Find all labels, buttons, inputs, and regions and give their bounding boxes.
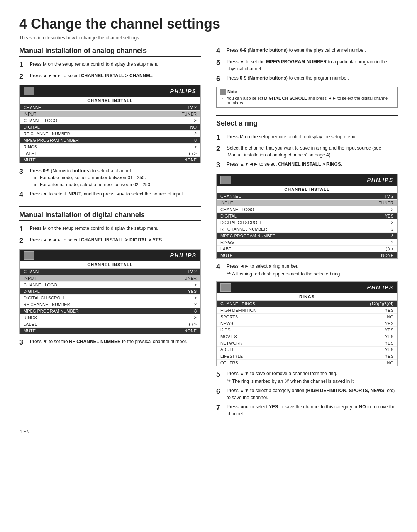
rings-row-movies: MOVIESYES xyxy=(217,333,397,340)
analog-step-3-bullets: For cable mode, select a number between … xyxy=(34,174,152,188)
note-box: Note You can also select DIGITAL CH SCRO… xyxy=(216,87,398,108)
rings-row-channel-rings: CHANNEL RINGS(1X)(2)(3)(4) xyxy=(217,301,397,307)
left-column: Manual installation of analog channels 1… xyxy=(19,47,201,420)
ring-menu-row-digital: DIGITALYES xyxy=(217,213,397,219)
digital-menu-row-mpeg: MPEG PROGRAM NUMBER8 xyxy=(20,308,200,314)
rings-row-kids: KIDSYES xyxy=(217,327,397,333)
rings-list-box: PHILIPS RINGS CHANNEL RINGS(1X)(2)(3)(4)… xyxy=(216,281,398,366)
digital-step-2: 2 Press ▲▼◄► to select CHANNEL INSTALL >… xyxy=(19,236,201,245)
note-list: You can also select DIGITAL CH SCROLL an… xyxy=(220,96,393,105)
menu-row-channel-logo: CHANNEL LOGO> xyxy=(20,117,200,124)
rings-row-sports: SPORTSNO xyxy=(217,314,397,320)
analog-menu-box: PHILIPS CHANNEL INSTALL CHANNELTV 2 INPU… xyxy=(19,85,201,163)
philips-logo-3: PHILIPS xyxy=(367,177,393,183)
digital-menu-title: CHANNEL INSTALL xyxy=(20,261,200,269)
philips-logo-4: PHILIPS xyxy=(367,284,393,291)
ring-step-4-arrow: ↪ A flashing red dash appears next to th… xyxy=(227,270,341,277)
digital-menu-row-scroll: DIGITAL CH SCROLL> xyxy=(20,295,200,301)
note-title: Note xyxy=(220,89,393,95)
digital-menu-row-rings: RINGS> xyxy=(20,314,200,321)
ring-menu-row-mute: MUTENONE xyxy=(217,252,397,258)
tv-icon xyxy=(24,87,34,95)
digital-menu-row-mute: MUTENONE xyxy=(20,328,200,334)
ring-section-title: Select a ring xyxy=(216,119,398,129)
ring-step-4: 4 Press ◄► to select a ring number. ↪ A … xyxy=(216,263,398,277)
menu-row-channel: CHANNELTV 2 xyxy=(20,104,200,111)
analog-step-1: 1 Press M on the setup remote control to… xyxy=(19,61,201,70)
rings-row-network: NETWORKYES xyxy=(217,340,397,347)
intro-text: This section describes how to change the… xyxy=(19,35,398,41)
ring-step-6: 6 Press ▲▼ to select a category option (… xyxy=(216,387,398,401)
digital-step-5: 5 Press ▼ to set the MPEG PROGRAM NUMBER… xyxy=(216,58,398,72)
page-number: 4 EN xyxy=(19,429,398,434)
ring-menu-row-input: INPUTTUNER xyxy=(217,200,397,206)
rings-row-hd: HIGH DEFINITIONYES xyxy=(217,307,397,314)
ring-menu-row-mpeg: MPEG PROGRAM NUMBER8 xyxy=(217,233,397,239)
digital-section-title: Manual installation of digital channels xyxy=(19,211,201,221)
menu-row-label: LABEL( ) > xyxy=(20,150,200,157)
ring-menu-title: CHANNEL INSTALL xyxy=(217,186,397,193)
rings-row-lifestyle: LIFESTYLEYES xyxy=(217,353,397,360)
digital-menu-row-logo: CHANNEL LOGO> xyxy=(20,282,200,288)
digital-menu-row-label: LABEL( ) > xyxy=(20,321,200,328)
menu-row-mpeg: MPEG PROGRAM NUMBER8 xyxy=(20,137,200,144)
ring-menu-row-channel: CHANNELTV 2 xyxy=(217,193,397,200)
menu-row-rf: RF CHANNEL NUMBER2 xyxy=(20,131,200,137)
ring-step-5: 5 Press ▲▼ to save or remove a channel f… xyxy=(216,370,398,385)
analog-menu-header: PHILIPS xyxy=(20,85,200,97)
rings-list-title: RINGS xyxy=(217,293,397,301)
right-column: 4 Press 0-9 (Numeric buttons) to enter t… xyxy=(216,47,398,420)
section-divider-ring xyxy=(216,115,398,116)
ring-menu-row-scroll: DIGITAL CH SCROLL> xyxy=(217,219,397,226)
note-icon xyxy=(220,89,226,95)
digital-menu-row-input: INPUTTUNER xyxy=(20,275,200,282)
digital-step-4: 4 Press 0-9 (Numeric buttons) to enter t… xyxy=(216,47,398,56)
ring-menu-row-rings: RINGS> xyxy=(217,239,397,246)
rings-row-adult: ADULTYES xyxy=(217,347,397,353)
philips-logo-2: PHILIPS xyxy=(170,252,197,258)
ring-step-1: 1 Press M on the setup remote control to… xyxy=(216,133,398,142)
digital-step-3: 3 Press ▼ to set the RF CHANNEL NUMBER t… xyxy=(19,338,201,347)
digital-menu-row-digital: DIGITALYES xyxy=(20,288,200,295)
menu-row-rings: RINGS> xyxy=(20,144,200,150)
tv-icon-4 xyxy=(220,283,231,292)
digital-step-1: 1 Press M on the setup remote control to… xyxy=(19,225,201,234)
ring-menu-row-logo: CHANNEL LOGO> xyxy=(217,206,397,213)
analog-menu-title: CHANNEL INSTALL xyxy=(20,97,200,104)
digital-menu-box: PHILIPS CHANNEL INSTALL CHANNELTV 2 INPU… xyxy=(19,249,201,334)
analog-step-2: 2 Press ▲▼◄► to select CHANNEL INSTALL >… xyxy=(19,72,201,81)
digital-menu-row-rf: RF CHANNEL NUMBER2 xyxy=(20,301,200,308)
ring-menu-header: PHILIPS xyxy=(217,174,397,186)
section-divider-digital xyxy=(19,206,201,207)
tv-icon-2 xyxy=(24,251,34,260)
digital-step-6: 6 Press 0-9 (Numeric buttons) to enter t… xyxy=(216,75,398,83)
analog-section-title: Manual installation of analog channels xyxy=(19,47,201,57)
ring-menu-box: PHILIPS CHANNEL INSTALL CHANNELTV 2 INPU… xyxy=(216,174,398,259)
philips-logo: PHILIPS xyxy=(170,88,197,94)
rings-list-header: PHILIPS xyxy=(217,282,397,293)
ring-step-5-arrow: ↪ The ring is marked by an 'X' when the … xyxy=(227,378,355,385)
digital-menu-header: PHILIPS xyxy=(20,250,200,261)
analog-step-4: 4 Press ▼ to select INPUT, and then pres… xyxy=(19,190,201,199)
page-title: 4 Change the channel settings xyxy=(19,15,398,32)
menu-row-input: INPUTTUNER xyxy=(20,111,200,117)
ring-menu-row-label: LABEL( ) > xyxy=(217,246,397,252)
menu-row-digital: DIGITALNO xyxy=(20,124,200,131)
tv-icon-3 xyxy=(220,176,231,184)
ring-step-2: 2 Select the channel that you want to sa… xyxy=(216,144,398,158)
rings-row-others: OTHERSNO xyxy=(217,360,397,366)
ring-step-3: 3 Press ▲▼◄► to select CHANNEL INSTALL >… xyxy=(216,161,398,170)
page-container: 4 Change the channel settings This secti… xyxy=(19,15,398,434)
menu-row-mute: MUTENONE xyxy=(20,157,200,163)
rings-row-news: NEWSYES xyxy=(217,320,397,327)
analog-step-3: 3 Press 0-9 (Numeric buttons) to select … xyxy=(19,167,201,188)
ring-step-7: 7 Press ◄► to select YES to save the cha… xyxy=(216,403,398,417)
digital-menu-row-channel: CHANNELTV 2 xyxy=(20,269,200,275)
ring-menu-row-rf: RF CHANNEL NUMBER2 xyxy=(217,226,397,233)
